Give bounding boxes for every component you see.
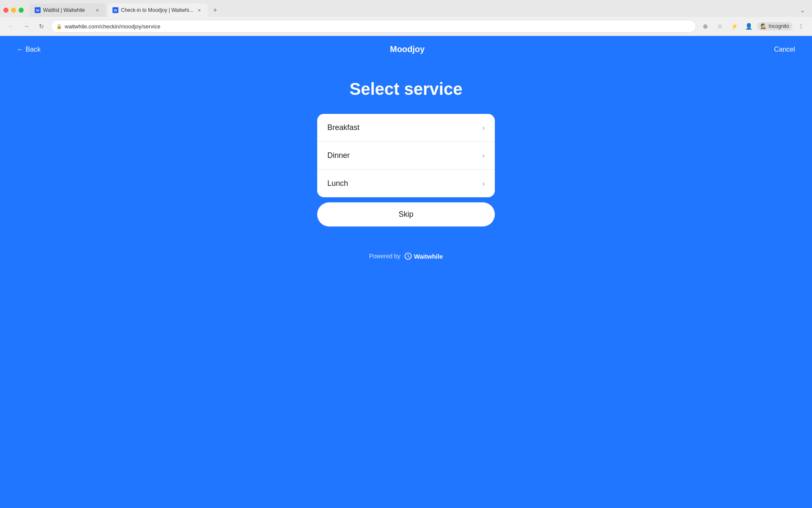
url-text: waitwhile.com/checkin/moodjoy/service — [65, 23, 691, 30]
browser-tab-2[interactable]: W Check-in to Moodjoy | Waitwhi... ✕ — [107, 3, 208, 17]
page-heading: Select service — [350, 80, 463, 99]
service-name-dinner: Dinner — [327, 151, 350, 160]
extensions-button[interactable]: ⚡ — [728, 20, 740, 32]
service-item-breakfast[interactable]: Breakfast › — [317, 114, 495, 142]
lock-icon: 🔒 — [56, 24, 62, 29]
profile-button[interactable]: 👤 — [743, 20, 754, 32]
service-item-lunch[interactable]: Lunch › — [317, 170, 495, 197]
bookmark-button[interactable]: ☆ — [714, 20, 726, 32]
incognito-icon: 🕵 — [760, 23, 767, 29]
address-bar-row: ← → ↻ 🔒 waitwhile.com/checkin/moodjoy/se… — [0, 17, 812, 36]
traffic-light-red[interactable] — [3, 8, 8, 13]
tab-title-1: Waitlist | Waitwhile — [43, 7, 91, 13]
new-tab-button[interactable]: + — [209, 4, 221, 16]
forward-nav-button[interactable]: → — [20, 20, 32, 32]
menu-button[interactable]: ⋮ — [795, 20, 807, 32]
tab-close-2[interactable]: ✕ — [196, 7, 203, 14]
cast-button[interactable]: ⊗ — [700, 20, 711, 32]
waitwhile-icon — [404, 252, 412, 260]
browser-actions: ⊗ ☆ ⚡ 👤 🕵 Incognito ⋮ — [700, 20, 807, 32]
tab-bar: W Waitlist | Waitwhile ✕ W Check-in to M… — [0, 0, 812, 17]
app-content: ← Back Moodjoy Cancel Select service Bre… — [0, 36, 812, 508]
powered-by-text: Powered by — [369, 253, 401, 260]
skip-button[interactable]: Skip — [317, 202, 495, 226]
service-item-dinner[interactable]: Dinner › — [317, 142, 495, 170]
browser-chrome: W Waitlist | Waitwhile ✕ W Check-in to M… — [0, 0, 812, 36]
cancel-button[interactable]: Cancel — [774, 46, 795, 53]
traffic-light-green[interactable] — [19, 8, 24, 13]
tab-title-2: Check-in to Moodjoy | Waitwhi... — [121, 7, 193, 13]
footer: Powered by Waitwhile — [369, 252, 443, 260]
top-nav: ← Back Moodjoy Cancel — [0, 36, 812, 63]
traffic-lights — [3, 8, 24, 13]
waitwhile-brand-name: Waitwhile — [414, 253, 443, 260]
chevron-right-icon-lunch: › — [483, 180, 485, 188]
address-bar[interactable]: 🔒 waitwhile.com/checkin/moodjoy/service — [51, 20, 696, 33]
tab-close-1[interactable]: ✕ — [94, 7, 101, 14]
tab-favicon-1: W — [35, 7, 41, 13]
incognito-badge: 🕵 Incognito — [757, 22, 793, 30]
page-content: Select service Breakfast › Dinner › Lunc… — [0, 63, 812, 508]
service-name-breakfast: Breakfast — [327, 123, 359, 132]
incognito-label: Incognito — [768, 23, 789, 29]
chevron-right-icon-dinner: › — [483, 152, 485, 160]
browser-tab-1[interactable]: W Waitlist | Waitwhile ✕ — [30, 3, 106, 17]
back-button[interactable]: ← Back — [17, 46, 41, 53]
tab-favicon-2: W — [112, 7, 118, 13]
service-name-lunch: Lunch — [327, 179, 348, 188]
site-title: Moodjoy — [390, 44, 425, 54]
back-nav-button[interactable]: ← — [5, 20, 17, 32]
chevron-right-icon-breakfast: › — [483, 124, 485, 132]
refresh-button[interactable]: ↻ — [36, 20, 47, 32]
traffic-light-yellow[interactable] — [11, 8, 16, 13]
collapse-button[interactable]: ⌄ — [797, 4, 809, 16]
service-list-card: Breakfast › Dinner › Lunch › — [317, 114, 495, 197]
waitwhile-logo: Waitwhile — [404, 252, 443, 260]
